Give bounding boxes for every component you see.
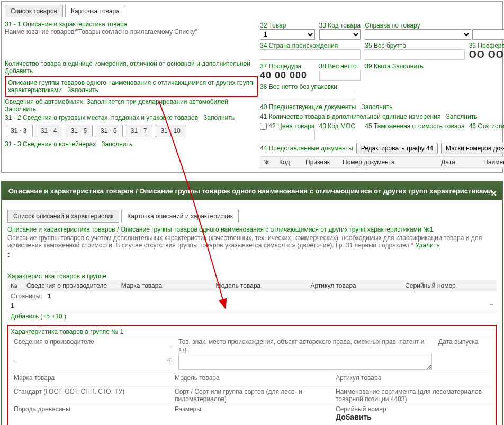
auto-info-link[interactable]: Сведения об автомобилях. Заполняется при… [5, 98, 228, 105]
label-wood: Порода древесины [14, 405, 168, 413]
pages-label: Страницы: [11, 293, 42, 300]
subtabs-31: 31 - 3 31 - 4 31 - 5 31 - 6 31 - 7 31 - … [5, 125, 258, 137]
label-serial: Серийный номер [336, 405, 490, 413]
group-desc-fill[interactable]: Заполнить [67, 86, 98, 94]
label-manufacturer: Сведения о производителе [14, 338, 172, 346]
input-34[interactable] [260, 49, 361, 60]
masks-button[interactable]: Маски номеров док-тов [441, 143, 504, 154]
select-33c[interactable] [472, 29, 504, 40]
group-desc-link[interactable]: Описание группы товаров одного наименова… [8, 79, 253, 94]
label-size: Размеры [175, 405, 329, 413]
fill-39[interactable]: Заполнить [392, 63, 424, 70]
subtab-31-3[interactable]: 31 - 3 [5, 125, 33, 137]
label-sortiment: Наименование сортимента (для лесоматериа… [336, 388, 490, 403]
label-45: 45 Таможенная стоимость товара [365, 122, 464, 130]
subtab-31-7[interactable]: 31 - 7 [125, 125, 153, 137]
fill-41[interactable]: Заполнить [446, 113, 477, 120]
help-link[interactable]: Справка по товару [365, 22, 504, 29]
section-31-2-link[interactable]: 31 - 2 Сведения о грузовых местах, поддо… [5, 114, 198, 121]
label-41: 41 Количество товара в дополнительной ед… [260, 113, 440, 120]
group-desc-highlight: Описание группы товаров одного наименова… [5, 76, 258, 97]
label-sort: Сорт / Сорт или группа сортов (для лесо-… [175, 388, 329, 403]
input-38[interactable] [319, 70, 361, 81]
label-44: 44 Представленные документы [260, 145, 353, 152]
section-31-3-fill[interactable]: Заполнить [101, 140, 132, 148]
top-tabs: Список товаров Карточка товара [5, 5, 499, 17]
edit-44-button[interactable]: Редактировать графу 44 [356, 143, 438, 154]
input-trademark[interactable] [178, 353, 432, 370]
label-38: 38 Вес нетто [319, 63, 361, 70]
remove-row-icon[interactable]: − [486, 301, 497, 311]
detail-title[interactable]: Характеристика товаров в группе № 1 [11, 328, 493, 335]
label-46: 46 Статистическая стоимость товара [469, 122, 504, 130]
select-33b[interactable] [365, 29, 471, 40]
label-37: 37 Процедура [260, 63, 315, 70]
table-row-num: 1 [7, 301, 23, 311]
label-40: 40 Предшествующие документы [260, 103, 356, 111]
label-article: Артикул товара [336, 374, 490, 382]
tab-goods-card[interactable]: Карточка товара [65, 5, 125, 17]
label-release-date: Дата выпуска [438, 338, 490, 346]
qty-alt-unit-link[interactable]: Количество товара в единице измерения, о… [5, 60, 250, 67]
modal-header: Описание и характеристика товаров / Опис… [2, 182, 502, 200]
section-31-3-link[interactable]: 31 - 3 Сведения о контейнерах [5, 140, 96, 148]
subtab-31-5[interactable]: 31 - 5 [65, 125, 93, 137]
section-31-1-link[interactable]: 31 - 1 Описание и характеристика товара [5, 21, 258, 28]
detail-add-link[interactable]: Добавить [336, 413, 490, 421]
input-manufacturer[interactable] [14, 346, 172, 362]
label-brand: Марка товара [14, 374, 168, 382]
delete-link[interactable]: Удалить [416, 242, 440, 249]
fill-40[interactable]: Заполнить [362, 103, 393, 111]
subtab-31-4[interactable]: 31 - 4 [35, 125, 63, 137]
add-link-1[interactable]: Добавить [5, 67, 33, 75]
tab-desc-card[interactable]: Карточка описаний и характеристик [121, 210, 239, 223]
label-32: 32 Товар [260, 22, 315, 29]
label-36: 36 Преференции [469, 42, 504, 49]
input-38b[interactable] [260, 91, 355, 101]
label-34: 34 Страна происхождения [260, 42, 361, 49]
char-table-header: № Сведения о производителе Марка товара … [7, 280, 497, 291]
subtab-31-10[interactable]: 31 - 10 [155, 125, 186, 137]
value-36: ОО ОО - ОО [469, 49, 504, 60]
add-5-10-link[interactable]: Добавить (+5 +10 ) [11, 313, 66, 320]
label-model: Модель товара [175, 374, 329, 382]
input-42[interactable] [260, 130, 315, 140]
label-trademark: Тов. знак, место происхождения, объект а… [178, 338, 432, 353]
select-33[interactable] [319, 29, 361, 40]
input-35[interactable] [365, 49, 464, 60]
label-42: 42 Цена товара [260, 122, 315, 130]
checkbox-42[interactable] [260, 123, 267, 130]
label-standard: Стандарт (ГОСТ, ОСТ, СПП, СТО, ТУ) [14, 388, 168, 395]
modal-breadcrumb[interactable]: Описание и характеристика товаров / Опис… [7, 226, 497, 233]
auto-info-fill[interactable]: Заполнить [5, 105, 36, 113]
description-modal: Описание и характеристика товаров / Опис… [1, 181, 503, 425]
label-39: 39 Квота [365, 63, 390, 70]
close-icon[interactable]: × [491, 188, 497, 199]
required-star: * [411, 242, 416, 249]
char-group-link[interactable]: Характеристика товаров в группе [7, 272, 497, 280]
docs-table-header: № Код Признак Номер документа Дата Наиме… [260, 156, 504, 168]
page-number[interactable]: 1 [48, 293, 51, 300]
goods-name-label: Наименование товаров/"Товары согласно пр… [5, 28, 258, 36]
section-31-2-fill[interactable]: Заполнить [203, 114, 235, 121]
desc-value: : [7, 250, 497, 259]
detail-highlight: Характеристика товаров в группе № 1 Свед… [7, 325, 497, 425]
label-38b: 38 Вес нетто без упаковки [260, 83, 504, 91]
subtab-31-6[interactable]: 31 - 6 [95, 125, 123, 137]
tab-desc-list[interactable]: Список описаний и характеристик [7, 210, 119, 223]
label-33: 33 Код товара [319, 22, 361, 29]
label-43: 43 Код МОС [319, 122, 361, 130]
select-32[interactable]: 1 [260, 29, 315, 40]
value-37: 40 00 000 [260, 70, 315, 81]
label-35: 35 Вес брутто [365, 42, 464, 49]
tab-goods-list[interactable]: Список товаров [5, 5, 63, 17]
